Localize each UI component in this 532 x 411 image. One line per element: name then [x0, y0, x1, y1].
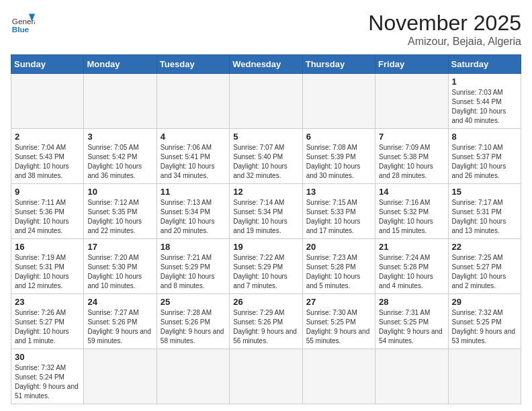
calendar-cell: 23Sunrise: 7:26 AM Sunset: 5:27 PM Dayli…	[11, 294, 84, 349]
day-number: 25	[161, 297, 226, 307]
day-number: 19	[233, 242, 298, 252]
day-info: Sunrise: 7:04 AM Sunset: 5:43 PM Dayligh…	[15, 143, 80, 181]
day-info: Sunrise: 7:20 AM Sunset: 5:30 PM Dayligh…	[87, 253, 152, 291]
day-info: Sunrise: 7:26 AM Sunset: 5:27 PM Dayligh…	[15, 308, 80, 346]
day-number: 1	[452, 77, 517, 87]
day-number: 11	[161, 187, 226, 197]
calendar-table: SundayMondayTuesdayWednesdayThursdayFrid…	[11, 54, 521, 404]
calendar-cell: 17Sunrise: 7:20 AM Sunset: 5:30 PM Dayli…	[84, 239, 157, 294]
day-info: Sunrise: 7:06 AM Sunset: 5:41 PM Dayligh…	[161, 143, 226, 181]
day-info: Sunrise: 7:07 AM Sunset: 5:40 PM Dayligh…	[233, 143, 298, 181]
calendar-cell	[302, 74, 375, 129]
calendar-cell	[230, 349, 302, 404]
day-number: 10	[87, 187, 152, 197]
weekday-header-tuesday: Tuesday	[157, 55, 229, 74]
day-number: 16	[15, 242, 80, 252]
calendar-cell	[157, 349, 229, 404]
day-number: 5	[233, 132, 298, 142]
day-info: Sunrise: 7:29 AM Sunset: 5:26 PM Dayligh…	[233, 308, 298, 346]
calendar-cell	[84, 74, 157, 129]
day-info: Sunrise: 7:13 AM Sunset: 5:34 PM Dayligh…	[161, 198, 226, 236]
calendar-cell	[157, 74, 229, 129]
location-title: Amizour, Bejaia, Algeria	[368, 36, 521, 48]
calendar-cell: 13Sunrise: 7:15 AM Sunset: 5:33 PM Dayli…	[302, 184, 375, 239]
week-row-2: 2Sunrise: 7:04 AM Sunset: 5:43 PM Daylig…	[11, 129, 521, 184]
weekday-header-sunday: Sunday	[11, 55, 84, 74]
calendar-cell: 24Sunrise: 7:27 AM Sunset: 5:26 PM Dayli…	[84, 294, 157, 349]
day-number: 3	[87, 132, 152, 142]
day-info: Sunrise: 7:11 AM Sunset: 5:36 PM Dayligh…	[15, 198, 80, 236]
day-number: 4	[161, 132, 226, 142]
day-number: 2	[15, 132, 80, 142]
calendar-cell: 7Sunrise: 7:09 AM Sunset: 5:38 PM Daylig…	[375, 129, 448, 184]
calendar-cell	[375, 74, 448, 129]
day-number: 15	[452, 187, 517, 197]
week-row-5: 23Sunrise: 7:26 AM Sunset: 5:27 PM Dayli…	[11, 294, 521, 349]
day-info: Sunrise: 7:05 AM Sunset: 5:42 PM Dayligh…	[87, 143, 152, 181]
calendar-cell: 1Sunrise: 7:03 AM Sunset: 5:44 PM Daylig…	[448, 74, 521, 129]
calendar-cell: 21Sunrise: 7:24 AM Sunset: 5:28 PM Dayli…	[375, 239, 448, 294]
logo: General Blue	[11, 11, 35, 35]
calendar-cell	[448, 349, 521, 404]
title-area: November 2025 Amizour, Bejaia, Algeria	[368, 11, 521, 48]
day-info: Sunrise: 7:08 AM Sunset: 5:39 PM Dayligh…	[306, 143, 371, 181]
weekday-header-monday: Monday	[84, 55, 157, 74]
day-number: 21	[379, 242, 444, 252]
calendar-cell: 14Sunrise: 7:16 AM Sunset: 5:32 PM Dayli…	[375, 184, 448, 239]
page-header: General Blue November 2025 Amizour, Beja…	[11, 11, 521, 48]
calendar-cell: 29Sunrise: 7:32 AM Sunset: 5:25 PM Dayli…	[448, 294, 521, 349]
calendar-cell	[230, 74, 302, 129]
day-info: Sunrise: 7:21 AM Sunset: 5:29 PM Dayligh…	[161, 253, 226, 291]
day-number: 20	[306, 242, 371, 252]
week-row-6: 30Sunrise: 7:32 AM Sunset: 5:24 PM Dayli…	[11, 349, 521, 404]
calendar-cell: 15Sunrise: 7:17 AM Sunset: 5:31 PM Dayli…	[448, 184, 521, 239]
day-info: Sunrise: 7:03 AM Sunset: 5:44 PM Dayligh…	[452, 88, 517, 126]
calendar-cell: 20Sunrise: 7:23 AM Sunset: 5:28 PM Dayli…	[302, 239, 375, 294]
day-info: Sunrise: 7:32 AM Sunset: 5:25 PM Dayligh…	[452, 308, 517, 346]
day-number: 27	[306, 297, 371, 307]
weekday-header-thursday: Thursday	[302, 55, 375, 74]
calendar-cell: 11Sunrise: 7:13 AM Sunset: 5:34 PM Dayli…	[157, 184, 229, 239]
week-row-3: 9Sunrise: 7:11 AM Sunset: 5:36 PM Daylig…	[11, 184, 521, 239]
calendar-cell: 18Sunrise: 7:21 AM Sunset: 5:29 PM Dayli…	[157, 239, 229, 294]
day-number: 23	[15, 297, 80, 307]
calendar-cell: 30Sunrise: 7:32 AM Sunset: 5:24 PM Dayli…	[11, 349, 84, 404]
calendar-cell	[375, 349, 448, 404]
day-info: Sunrise: 7:32 AM Sunset: 5:24 PM Dayligh…	[15, 363, 80, 401]
day-number: 18	[161, 242, 226, 252]
calendar-cell: 8Sunrise: 7:10 AM Sunset: 5:37 PM Daylig…	[448, 129, 521, 184]
calendar-cell: 9Sunrise: 7:11 AM Sunset: 5:36 PM Daylig…	[11, 184, 84, 239]
day-info: Sunrise: 7:31 AM Sunset: 5:25 PM Dayligh…	[379, 308, 444, 346]
day-info: Sunrise: 7:15 AM Sunset: 5:33 PM Dayligh…	[306, 198, 371, 236]
day-number: 30	[15, 352, 80, 362]
calendar-cell: 16Sunrise: 7:19 AM Sunset: 5:31 PM Dayli…	[11, 239, 84, 294]
calendar-cell: 26Sunrise: 7:29 AM Sunset: 5:26 PM Dayli…	[230, 294, 302, 349]
day-info: Sunrise: 7:23 AM Sunset: 5:28 PM Dayligh…	[306, 253, 371, 291]
day-info: Sunrise: 7:09 AM Sunset: 5:38 PM Dayligh…	[379, 143, 444, 181]
day-number: 29	[452, 297, 517, 307]
day-info: Sunrise: 7:28 AM Sunset: 5:26 PM Dayligh…	[161, 308, 226, 346]
day-info: Sunrise: 7:10 AM Sunset: 5:37 PM Dayligh…	[452, 143, 517, 181]
day-info: Sunrise: 7:27 AM Sunset: 5:26 PM Dayligh…	[87, 308, 152, 346]
day-number: 26	[233, 297, 298, 307]
day-number: 24	[87, 297, 152, 307]
calendar-cell: 3Sunrise: 7:05 AM Sunset: 5:42 PM Daylig…	[84, 129, 157, 184]
calendar-cell	[302, 349, 375, 404]
weekday-header-friday: Friday	[375, 55, 448, 74]
weekday-header-row: SundayMondayTuesdayWednesdayThursdayFrid…	[11, 55, 521, 74]
calendar-cell: 19Sunrise: 7:22 AM Sunset: 5:29 PM Dayli…	[230, 239, 302, 294]
calendar-cell: 27Sunrise: 7:30 AM Sunset: 5:25 PM Dayli…	[302, 294, 375, 349]
week-row-1: 1Sunrise: 7:03 AM Sunset: 5:44 PM Daylig…	[11, 74, 521, 129]
logo-icon: General Blue	[11, 11, 35, 35]
calendar-cell: 4Sunrise: 7:06 AM Sunset: 5:41 PM Daylig…	[157, 129, 229, 184]
day-info: Sunrise: 7:30 AM Sunset: 5:25 PM Dayligh…	[306, 308, 371, 346]
day-info: Sunrise: 7:19 AM Sunset: 5:31 PM Dayligh…	[15, 253, 80, 291]
calendar-cell: 22Sunrise: 7:25 AM Sunset: 5:27 PM Dayli…	[448, 239, 521, 294]
weekday-header-saturday: Saturday	[448, 55, 521, 74]
calendar-cell: 5Sunrise: 7:07 AM Sunset: 5:40 PM Daylig…	[230, 129, 302, 184]
day-info: Sunrise: 7:16 AM Sunset: 5:32 PM Dayligh…	[379, 198, 444, 236]
week-row-4: 16Sunrise: 7:19 AM Sunset: 5:31 PM Dayli…	[11, 239, 521, 294]
calendar-cell: 28Sunrise: 7:31 AM Sunset: 5:25 PM Dayli…	[375, 294, 448, 349]
day-number: 17	[87, 242, 152, 252]
day-number: 12	[233, 187, 298, 197]
